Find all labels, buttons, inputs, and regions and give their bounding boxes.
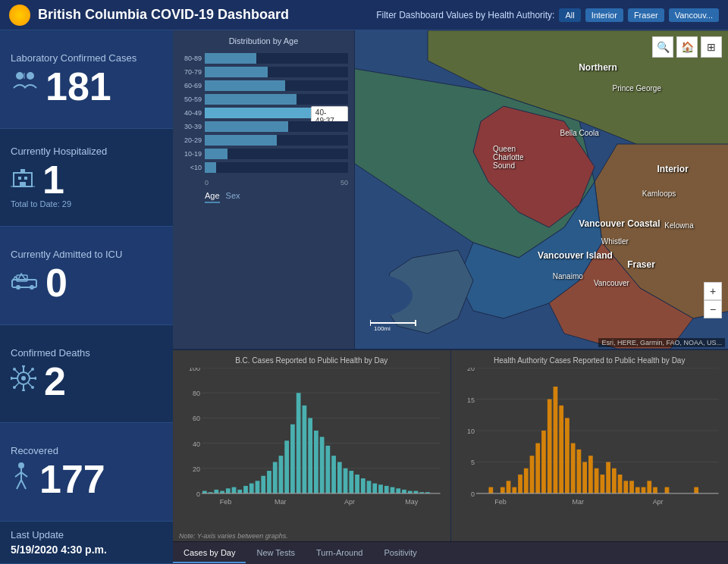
svg-text:Feb: Feb (494, 498, 506, 506)
svg-rect-78 (284, 440, 289, 494)
svg-point-21 (11, 377, 13, 380)
age-bar-wrap (205, 121, 348, 132)
age-bar-wrap (205, 135, 348, 146)
svg-rect-81 (303, 406, 307, 494)
deaths-label: Confirmed Deaths (11, 347, 162, 359)
last-update-card: Last Update 5/19/2020 4:30 p.m. (0, 522, 173, 564)
svg-rect-86 (331, 456, 336, 494)
age-row: 20-29 (179, 135, 348, 146)
svg-rect-98 (402, 490, 406, 494)
svg-rect-68 (226, 488, 231, 494)
esri-credit: Esri, HERE, Garmin, FAO, NOAA, US... (598, 338, 725, 347)
bottom-row: B.C. Cases Reported to Public Health by … (173, 349, 728, 541)
filter-btn-vancouver[interactable]: Vancouv... (669, 8, 719, 22)
search-map-button[interactable]: 🔍 (652, 36, 673, 58)
filter-btn-fraser[interactable]: Fraser (628, 8, 664, 22)
home-map-button[interactable]: 🏠 (676, 36, 698, 58)
svg-rect-141 (600, 475, 604, 494)
age-label: 20-29 (179, 136, 202, 144)
svg-rect-74 (261, 476, 265, 494)
filter-btn-interior[interactable]: Interior (585, 8, 623, 22)
hospitalized-card: Currently Hospitalized 1 Total to Date: … (0, 129, 173, 227)
hospitalized-row: 1 (11, 160, 162, 199)
age-bar (205, 80, 285, 91)
main-content: Laboratory Confirmed Cases 181 Currently… (0, 30, 728, 564)
hospitalized-sub: Total to Date: 29 (11, 199, 162, 208)
bc-chart-title: B.C. Cases Reported to Public Health by … (179, 356, 444, 365)
age-row: 60-69 (179, 80, 348, 91)
svg-rect-138 (582, 462, 587, 493)
svg-rect-94 (378, 484, 383, 494)
age-bar (205, 121, 288, 132)
svg-rect-75 (267, 471, 271, 494)
age-bar-wrap (205, 149, 348, 159)
svg-rect-79 (290, 425, 295, 494)
svg-rect-143 (611, 468, 616, 494)
svg-rect-76 (273, 462, 278, 493)
svg-rect-84 (320, 437, 325, 494)
svg-rect-66 (214, 490, 218, 494)
svg-rect-90 (355, 475, 359, 494)
tab-positivity[interactable]: Positivity (373, 544, 427, 563)
svg-point-25 (13, 368, 16, 371)
svg-text:Mar: Mar (572, 498, 583, 506)
svg-point-27 (31, 386, 34, 389)
age-label: 10-19 (179, 150, 202, 158)
age-bar (205, 135, 277, 146)
svg-rect-146 (629, 481, 634, 494)
hospital-icon (11, 165, 35, 195)
chart-note: Note: Y-axis varies between graphs. (179, 532, 288, 540)
svg-rect-72 (249, 484, 254, 494)
svg-line-24 (15, 370, 19, 374)
svg-rect-124 (500, 487, 504, 494)
ha-chart-svg: 05101520FebMarApr (457, 368, 723, 516)
tab-new-tests[interactable]: New Tests (246, 544, 306, 563)
lab-confirmed-icon (11, 70, 38, 102)
ha-chart-area: 05101520FebMarApr (457, 368, 723, 516)
age-tab-sex[interactable]: Sex (226, 191, 240, 203)
map-tools: 🔍 🏠 ⊞ (652, 36, 722, 58)
age-bar-wrap (205, 80, 348, 91)
tab-cases-by-day[interactable]: Cases by Day (173, 544, 246, 563)
recovered-row: 177 (11, 459, 162, 499)
svg-rect-134 (559, 406, 563, 494)
age-bars: 80-89 70-79 60-69 50-59 40-49 40-49:37 3… (179, 50, 348, 176)
layers-map-button[interactable]: ⊞ (701, 36, 722, 58)
filter-btn-all[interactable]: All (559, 8, 580, 22)
svg-rect-88 (344, 468, 348, 494)
svg-rect-95 (384, 486, 389, 494)
icu-row: 0 (11, 263, 162, 302)
svg-rect-135 (565, 418, 570, 493)
zoom-in-button[interactable]: + (704, 282, 722, 300)
lab-confirmed-label: Laboratory Confirmed Cases (11, 52, 162, 64)
right-content: Distribution by Age 80-89 70-79 60-69 50… (173, 30, 728, 564)
age-row: 40-49 40-49:37 (179, 108, 348, 118)
tab-turn-around[interactable]: Turn-Around (306, 544, 373, 563)
map-container[interactable]: Northern Prince George Interior Kamloops… (355, 30, 728, 349)
logo-icon (9, 5, 30, 26)
age-tab-age[interactable]: Age (205, 191, 220, 203)
svg-text:10: 10 (466, 428, 474, 435)
bc-chart-svg: 020406080100FebMarAprMay (179, 368, 444, 516)
age-row: 50-59 (179, 94, 348, 105)
zoom-out-button[interactable]: − (704, 300, 722, 318)
zoom-controls: + − (704, 282, 722, 318)
svg-text:60: 60 (193, 415, 200, 422)
svg-rect-144 (617, 475, 622, 494)
svg-text:80: 80 (193, 390, 200, 397)
recovered-card: Recovered 177 (0, 423, 173, 522)
svg-rect-137 (576, 450, 581, 494)
filter-label: Filter Dashboard Values by Health Author… (376, 10, 554, 20)
svg-rect-73 (256, 481, 260, 494)
age-tabs: Age Sex (179, 191, 348, 203)
ha-cases-chart: Health Authority Cases Reported to Publi… (451, 350, 729, 541)
svg-line-30 (15, 383, 19, 387)
svg-rect-132 (547, 400, 551, 494)
page-title: British Columbia COVID-19 Dashboard (38, 7, 376, 23)
svg-rect-145 (623, 481, 628, 494)
svg-rect-96 (391, 487, 395, 494)
svg-line-26 (28, 383, 32, 387)
lab-confirmed-value: 181 (46, 67, 111, 106)
svg-rect-149 (647, 481, 651, 494)
svg-text:40: 40 (193, 440, 200, 448)
